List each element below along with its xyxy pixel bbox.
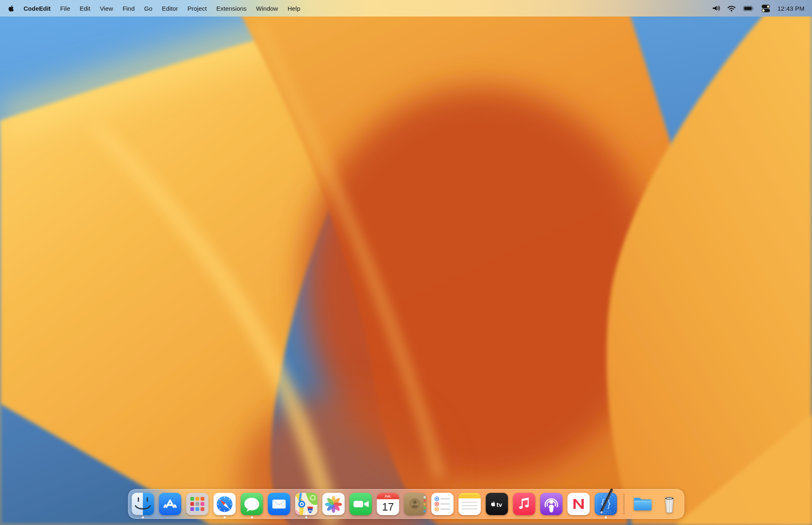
menu-item-help[interactable]: Help — [288, 5, 300, 12]
menu-item-editor[interactable]: Editor — [162, 5, 178, 12]
menu-item-window[interactable]: Window — [256, 5, 278, 12]
apple-logo-icon — [8, 5, 14, 12]
menubar-clock[interactable]: 12:43 PM — [777, 5, 805, 12]
menu-item-file[interactable]: File — [60, 5, 70, 12]
menu-item-edit[interactable]: Edit — [80, 5, 90, 12]
running-indicator — [305, 516, 307, 518]
desktop-wallpaper — [0, 0, 812, 525]
dock-icon-finder[interactable] — [132, 493, 154, 515]
svg-text:JUL: JUL — [385, 494, 392, 498]
dock-icon-mail[interactable] — [268, 493, 290, 515]
dock-icon-music[interactable] — [513, 493, 535, 515]
dock-icon-reminders[interactable] — [431, 493, 453, 515]
dock-icon-calendar[interactable]: JUL 17 — [377, 493, 399, 515]
dock-icon-app-store[interactable] — [159, 493, 181, 515]
running-indicator — [605, 516, 607, 518]
svg-text:17: 17 — [382, 501, 394, 513]
dock-icon-contacts[interactable] — [404, 493, 426, 515]
dock-icon-news[interactable] — [567, 493, 590, 515]
menu-item-view[interactable]: View — [100, 5, 113, 12]
menu-app-name[interactable]: CodeEdit — [24, 5, 51, 12]
running-indicator — [251, 516, 253, 518]
running-indicator — [142, 516, 144, 518]
dock-icon-photos[interactable] — [322, 493, 345, 515]
dock-icon-messages[interactable] — [241, 493, 263, 515]
dock-separator — [623, 493, 624, 515]
dock-icon-maps[interactable]: 280 — [295, 493, 317, 515]
dock-icon-launchpad[interactable] — [186, 493, 208, 515]
menu-item-extensions[interactable]: Extensions — [216, 5, 246, 12]
menu-item-project[interactable]: Project — [188, 5, 207, 12]
apple-menu[interactable] — [8, 5, 14, 12]
menu-item-find[interactable]: Find — [123, 5, 135, 12]
svg-text:280: 280 — [308, 510, 313, 512]
control-center-icon[interactable] — [761, 4, 770, 13]
dock-icon-podcasts[interactable] — [540, 493, 562, 515]
dock-icon-tv[interactable]: tv — [486, 493, 508, 515]
menu-bar: CodeEdit File Edit View Find Go Editor P… — [0, 0, 812, 17]
dock-icon-trash[interactable] — [658, 493, 680, 515]
menu-item-go[interactable]: Go — [144, 5, 152, 12]
battery-icon[interactable] — [743, 6, 754, 11]
desktop: CodeEdit File Edit View Find Go Editor P… — [0, 0, 812, 525]
dock-icon-codeedit[interactable] — [595, 493, 617, 515]
dock: 280 — [128, 489, 684, 519]
dock-icon-safari[interactable] — [213, 493, 236, 515]
dock-icon-downloads-folder[interactable] — [631, 493, 653, 515]
svg-text:tv: tv — [496, 501, 502, 508]
volume-icon[interactable] — [712, 5, 720, 12]
wifi-icon[interactable] — [727, 5, 736, 12]
dock-icon-notes[interactable] — [458, 493, 481, 515]
running-indicator — [224, 516, 226, 518]
dock-icon-facetime[interactable] — [349, 493, 372, 515]
